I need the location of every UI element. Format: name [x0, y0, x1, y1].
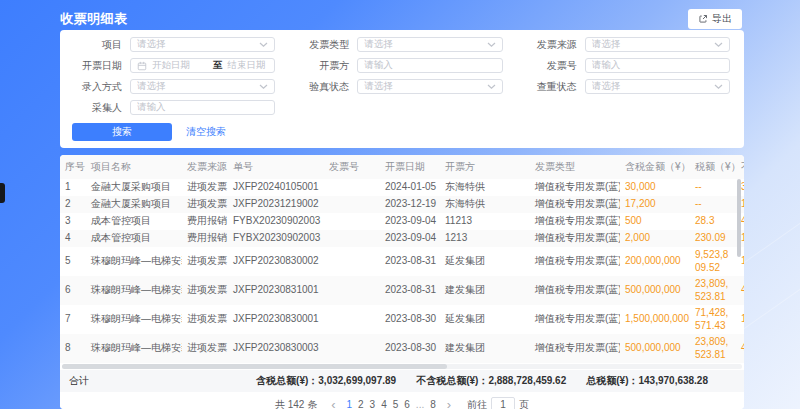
chevron-down-icon	[259, 84, 268, 90]
filter-label: 发票来源	[525, 38, 577, 52]
filter-select[interactable]: 请选择	[357, 79, 502, 94]
cell-type: 增值税专用发票(蓝)	[530, 334, 620, 363]
page-number-2[interactable]: 2	[355, 399, 367, 409]
topbar: 收票明细表 导出	[0, 0, 800, 30]
calendar-icon	[137, 61, 147, 71]
filter-label: 开票方	[297, 59, 349, 73]
cell-invoice-no	[324, 247, 380, 276]
cell-invoice-no	[324, 305, 380, 334]
cell-type: 增值税专用发票(蓝)	[530, 196, 620, 213]
cell-order-no: JXFP20230830002	[228, 247, 324, 276]
cell-order-no: JXFP20240105001	[228, 179, 324, 196]
cell-type: 增值税专用发票(蓝)	[530, 305, 620, 334]
select-placeholder: 请选择	[592, 80, 714, 93]
cell-date: 2023-09-04	[380, 230, 440, 247]
cell-issuer: 东海特供	[440, 179, 530, 196]
horizontal-scrollbar[interactable]	[62, 364, 742, 369]
page-number-5[interactable]: 5	[390, 399, 402, 409]
filter-select[interactable]: 请选择	[585, 37, 730, 52]
total-amount-incl: 含税总额(¥)：3,032,699,097.89	[256, 374, 396, 388]
filter-select[interactable]: 请选择	[130, 79, 275, 94]
cell-amount-incl: 500	[620, 213, 690, 230]
date-range-picker[interactable]: 开始日期至结束日期	[130, 58, 275, 73]
cell-source: 进项发票	[182, 247, 228, 276]
table-row: 8珠穆朗玛峰—电梯安装进项发票JXFP202308300032023-08-30…	[60, 334, 744, 363]
cell-source: 费用报销	[182, 230, 228, 247]
cell-order-no: FYBX20230902003	[228, 213, 324, 230]
clear-search-link[interactable]: 清空搜索	[186, 125, 226, 139]
export-button[interactable]: 导出	[688, 9, 742, 29]
chevron-down-icon	[714, 42, 723, 48]
cell-invoice-no	[324, 196, 380, 213]
table-row: 5珠穆朗玛峰—电梯安装进项发票JXFP202308300022023-08-31…	[60, 247, 744, 276]
filter-select[interactable]: 请选择	[357, 37, 502, 52]
page-jumper: 前往 页	[467, 397, 529, 409]
cell-date: 2024-01-05	[380, 179, 440, 196]
search-button[interactable]: 搜索	[72, 123, 172, 141]
page-number-8[interactable]: 8	[427, 399, 439, 409]
filter-column-2: 发票类型请选择开票方请输入验真状态请选择	[297, 37, 502, 115]
cell-project: 珠穆朗玛峰—电梯安装	[86, 247, 182, 276]
cell-amount-incl: 1,500,000,000	[620, 305, 690, 334]
filter-input[interactable]: 请输入	[585, 58, 730, 73]
filter-column-3: 发票来源请选择发票号请输入查重状态请选择	[525, 37, 730, 115]
cell-project: 成本管控项目	[86, 213, 182, 230]
cell-project: 珠穆朗玛峰—电梯安装	[86, 334, 182, 363]
cell-type: 增值税专用发票(蓝)	[530, 230, 620, 247]
cell-tax: --	[690, 179, 736, 196]
filter-label: 发票类型	[297, 38, 349, 52]
cell-issuer: 延发集团	[440, 247, 530, 276]
cell-invoice-no	[324, 213, 380, 230]
horizontal-scrollbar-thumb[interactable]	[62, 364, 447, 369]
chevron-down-icon	[714, 84, 723, 90]
filter-label: 发票号	[525, 59, 577, 73]
filter-field: 采集人请输入	[70, 100, 275, 115]
page-number-1[interactable]: 1	[343, 399, 355, 409]
vertical-scrollbar[interactable]	[737, 179, 741, 257]
column-header-invoice-no: 发票号	[324, 155, 380, 179]
side-drawer-handle[interactable]	[0, 183, 5, 203]
filter-label: 项目	[70, 38, 122, 52]
filter-field: 开票方请输入	[297, 58, 502, 73]
page-number-6[interactable]: 6	[401, 399, 413, 409]
input-placeholder: 请输入	[137, 101, 268, 114]
cell-date: 2023-09-04	[380, 213, 440, 230]
cell-invoice-no	[324, 230, 380, 247]
select-placeholder: 请选择	[364, 80, 486, 93]
cell-tax: 28.3	[690, 213, 736, 230]
filter-select[interactable]: 请选择	[130, 37, 275, 52]
filter-field: 验真状态请选择	[297, 79, 502, 94]
filter-select[interactable]: 请选择	[585, 79, 730, 94]
chevron-down-icon	[259, 42, 268, 48]
total-tax: 总税额(¥)：143,970,638.28	[586, 374, 708, 388]
page-number-4[interactable]: 4	[378, 399, 390, 409]
pagination-total: 共 142 条	[275, 398, 317, 409]
cell-tax: --	[690, 196, 736, 213]
filter-input[interactable]: 请输入	[357, 58, 502, 73]
column-header-amount-excl: 不含	[736, 155, 744, 179]
cell-amount-incl: 2,000	[620, 230, 690, 247]
page-jump-input[interactable]	[491, 397, 515, 409]
cell-amount-incl: 500,000,000	[620, 276, 690, 305]
chevron-down-icon	[487, 84, 496, 90]
cell-no: 7	[60, 305, 86, 334]
table-row: 3成本管控项目费用报销FYBX202309020032023-09-041121…	[60, 213, 744, 230]
end-date-placeholder: 结束日期	[228, 59, 269, 72]
filter-field: 查重状态请选择	[525, 79, 730, 94]
cell-date: 2023-12-19	[380, 196, 440, 213]
prev-page-button[interactable]: ‹	[329, 400, 337, 409]
next-page-button[interactable]: ›	[445, 400, 453, 409]
page-number-3[interactable]: 3	[367, 399, 379, 409]
chevron-down-icon	[487, 42, 496, 48]
input-placeholder: 请输入	[592, 59, 723, 72]
filter-field: 录入方式请选择	[70, 79, 275, 94]
cell-amount-excl: 47	[736, 334, 744, 363]
cell-tax: 230.09	[690, 230, 736, 247]
table-row: 6珠穆朗玛峰—电梯安装进项发票JXFP202308310012023-08-31…	[60, 276, 744, 305]
cell-invoice-no	[324, 179, 380, 196]
page-ellipsis: ...	[413, 399, 427, 409]
cell-date: 2023-08-31	[380, 247, 440, 276]
filter-actions: 搜索 清空搜索	[70, 123, 730, 141]
filter-input[interactable]: 请输入	[130, 100, 275, 115]
filter-panel: 项目请选择开票日期开始日期至结束日期录入方式请选择采集人请输入发票类型请选择开票…	[60, 30, 744, 148]
